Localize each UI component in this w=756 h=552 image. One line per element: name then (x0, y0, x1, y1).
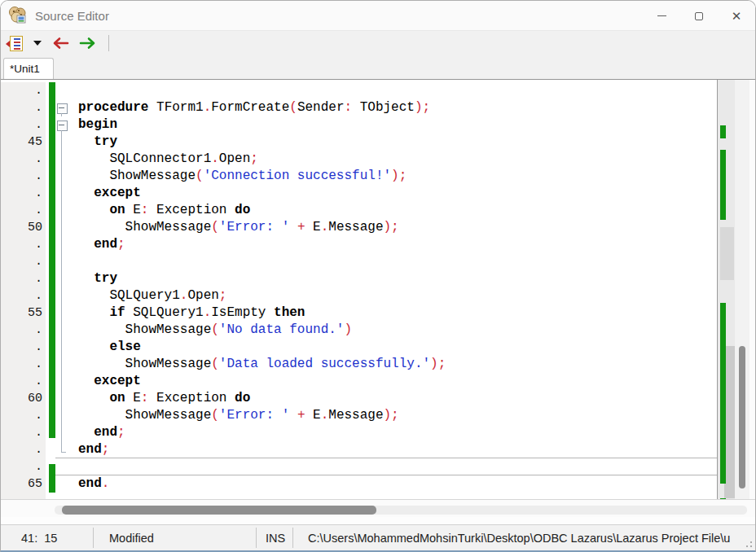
code-text[interactable]: if SQLQuery1.IsEmpty then (69, 304, 717, 322)
jump-forward-icon[interactable] (79, 37, 97, 50)
gutter-cell[interactable]: . (1, 185, 46, 202)
code-text[interactable]: ShowMessage('Error: ' + E.Message); (69, 407, 717, 424)
vertical-scrollbar-thumb[interactable] (739, 346, 745, 488)
code-line[interactable]: . end; (1, 236, 717, 253)
code-line[interactable]: . (1, 493, 717, 499)
code-text[interactable]: ShowMessage('Error: ' + E.Message); (69, 219, 717, 236)
gutter-cell[interactable]: 55 (1, 304, 46, 322)
code-text[interactable]: else (69, 339, 717, 356)
code-text[interactable]: begin (69, 116, 717, 134)
code-text[interactable]: end; (69, 236, 717, 253)
gutter-cell[interactable]: . (1, 339, 46, 356)
code-line[interactable]: . on E: Exception do (1, 202, 717, 219)
gutter-cell[interactable]: . (1, 99, 46, 116)
code-text[interactable]: end; (69, 441, 717, 458)
fold-gutter (55, 82, 69, 99)
titlebar[interactable]: Source Editor ✕ (1, 1, 755, 31)
code-text[interactable]: end; (69, 424, 717, 441)
code-text[interactable]: end. (69, 475, 717, 493)
horizontal-scrollbar-thumb[interactable] (62, 506, 376, 515)
fold-collapse-icon[interactable] (55, 99, 69, 116)
code-editor[interactable]: ..procedure TForm1.FormCreate(Sender: TO… (1, 79, 755, 499)
code-text[interactable] (69, 253, 717, 270)
jump-back-icon[interactable] (51, 37, 69, 50)
source-position-icon[interactable] (10, 36, 23, 51)
code-text[interactable]: SQLConnector1.Open; (69, 151, 717, 168)
change-bar-cell (46, 134, 55, 151)
gutter-cell[interactable]: . (1, 407, 46, 424)
gutter-cell[interactable]: . (1, 441, 46, 458)
gutter-cell[interactable]: . (1, 322, 46, 339)
close-button[interactable]: ✕ (718, 1, 755, 31)
horizontal-scrollbar[interactable] (1, 499, 755, 517)
code-line[interactable]: 50 ShowMessage('Error: ' + E.Message); (1, 219, 717, 236)
gutter-cell[interactable]: . (1, 356, 46, 373)
code-line[interactable]: 45 try (1, 134, 717, 151)
code-line[interactable]: . ShowMessage('Error: ' + E.Message); (1, 407, 717, 424)
gutter-cell[interactable]: 50 (1, 219, 46, 236)
code-text[interactable]: except (69, 373, 717, 390)
gutter-cell[interactable]: . (1, 373, 46, 390)
code-line[interactable]: .end; (1, 441, 717, 458)
code-text[interactable]: try (69, 270, 717, 287)
code-text[interactable]: ShowMessage('Connection successful!'); (69, 168, 717, 185)
code-line[interactable]: 55 if SQLQuery1.IsEmpty then (1, 304, 717, 322)
code-text[interactable] (69, 458, 717, 475)
code-line[interactable]: .begin (1, 116, 717, 134)
maximize-button[interactable] (680, 1, 718, 31)
code-line[interactable]: . except (1, 373, 717, 390)
gutter-cell[interactable]: . (1, 424, 46, 441)
close-icon: ✕ (732, 10, 742, 22)
code-text[interactable]: SQLQuery1.Open; (69, 287, 717, 304)
gutter-cell[interactable]: 65 (1, 475, 46, 493)
gutter-cell[interactable]: . (1, 236, 46, 253)
code-text[interactable]: except (69, 185, 717, 202)
tab-unit1[interactable]: *Unit1 (3, 58, 54, 79)
code-text[interactable]: on E: Exception do (69, 202, 717, 219)
gutter-cell[interactable]: 60 (1, 390, 46, 407)
code-line[interactable]: . ShowMessage('Data loaded successfully.… (1, 356, 717, 373)
gutter-cell[interactable]: . (1, 82, 46, 99)
lazarus-app-icon (8, 6, 28, 25)
code-line[interactable]: . end; (1, 424, 717, 441)
code-rows[interactable]: ..procedure TForm1.FormCreate(Sender: TO… (1, 80, 717, 499)
code-line[interactable]: . (1, 458, 717, 475)
code-text[interactable] (69, 493, 717, 499)
fold-gutter (55, 322, 69, 339)
code-line[interactable]: . ShowMessage('No data found.') (1, 322, 717, 339)
gutter-cell[interactable]: . (1, 458, 46, 475)
code-line[interactable]: 65end. (1, 475, 717, 493)
change-bar-cell (46, 219, 55, 236)
code-text[interactable]: on E: Exception do (69, 390, 717, 407)
gutter-cell[interactable]: . (1, 151, 46, 168)
gutter-cell[interactable]: . (1, 202, 46, 219)
gutter-cell[interactable]: . (1, 253, 46, 270)
gutter-cell[interactable]: . (1, 270, 46, 287)
code-text[interactable]: try (69, 134, 717, 151)
minimize-button[interactable] (643, 1, 680, 31)
fold-collapse-icon[interactable] (55, 116, 69, 134)
code-line[interactable]: . SQLConnector1.Open; (1, 151, 717, 168)
code-text[interactable] (69, 82, 717, 99)
code-line[interactable]: .procedure TForm1.FormCreate(Sender: TOb… (1, 99, 717, 116)
code-text[interactable]: ShowMessage('No data found.') (69, 322, 717, 339)
gutter-cell[interactable]: . (1, 287, 46, 304)
gutter-cell[interactable]: . (1, 116, 46, 134)
gutter-cell[interactable]: . (1, 168, 46, 185)
code-text[interactable]: procedure TForm1.FormCreate(Sender: TObj… (69, 99, 717, 116)
gutter-cell[interactable]: 45 (1, 134, 46, 151)
overview-gutter[interactable] (717, 80, 735, 499)
code-line[interactable]: . else (1, 339, 717, 356)
code-line[interactable]: . ShowMessage('Connection successful!'); (1, 168, 717, 185)
code-line[interactable]: . except (1, 185, 717, 202)
code-line[interactable]: . (1, 82, 717, 99)
code-line[interactable]: . (1, 253, 717, 270)
code-text[interactable]: ShowMessage('Data loaded successfully.')… (69, 356, 717, 373)
code-line[interactable]: . SQLQuery1.Open; (1, 287, 717, 304)
code-line[interactable]: . try (1, 270, 717, 287)
dropdown-arrow-icon[interactable] (33, 41, 42, 46)
vertical-scrollbar[interactable] (735, 80, 749, 499)
resize-grip[interactable] (741, 537, 753, 548)
gutter-cell[interactable]: . (1, 493, 46, 499)
code-line[interactable]: 60 on E: Exception do (1, 390, 717, 407)
